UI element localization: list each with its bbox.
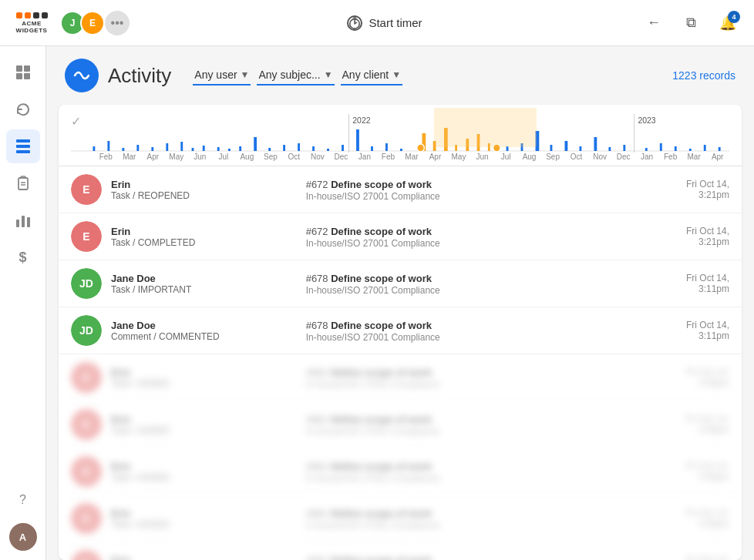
filter-group: Any user ▼ Any subjec... ▼ Any client ▼: [193, 65, 402, 86]
table-row[interactable]: E Erin Task / REOPENED #672 Define scope…: [59, 166, 742, 213]
month-label: Apr: [141, 153, 165, 161]
row-avatar: E: [71, 456, 102, 487]
row-task: #672 Define scope of work In-house/ISO 2…: [306, 177, 677, 202]
svg-rect-43: [385, 143, 388, 151]
row-time: Fri Oct 14, 3:09pm: [686, 414, 729, 435]
table-row[interactable]: JD Jane Doe Task / IMPORTANT #678 Define…: [59, 260, 742, 307]
row-task-title: #678 Define scope of work: [306, 318, 677, 332]
row-task: #681 Define scope of work In-house/ISO 2…: [306, 365, 677, 390]
sidebar-item-chart[interactable]: [6, 203, 40, 237]
notification-badge: 4: [728, 11, 740, 23]
month-label: Mar: [400, 153, 424, 161]
table-row[interactable]: E Erin Task / ADDED #681 Define scope of…: [59, 495, 742, 542]
svg-rect-8: [16, 139, 30, 143]
sidebar-item-dashboard[interactable]: [6, 55, 40, 89]
month-label: Feb: [658, 153, 682, 161]
sidebar-item-grid[interactable]: [6, 129, 40, 163]
svg-point-52: [417, 144, 424, 152]
filter-user-button[interactable]: Any user ▼: [193, 65, 251, 86]
activity-chart: 2022 2023: [71, 114, 729, 153]
row-info: Erin Task / REOPENED: [111, 179, 297, 201]
svg-rect-30: [203, 146, 205, 151]
logo-dot-2: [25, 12, 31, 18]
row-info: Erin Task / ADDED: [111, 461, 297, 483]
row-info: Jane Doe Task / IMPORTANT: [111, 273, 297, 295]
avatar-circle: E: [71, 456, 102, 487]
topbar-center: Start timer: [130, 15, 640, 31]
row-info: Erin Task / COMPLETED: [111, 226, 297, 248]
table-row[interactable]: JD Jane Doe Comment / COMMENTED #678 Def…: [59, 307, 742, 354]
table-row[interactable]: E Erin Task / ADDED #681 Define scope of…: [59, 542, 742, 560]
table-row[interactable]: E Erin Task / ADDED #681 Define scope of…: [59, 354, 742, 401]
svg-rect-58: [565, 141, 568, 151]
svg-rect-44: [400, 149, 402, 151]
month-label: Nov: [306, 153, 330, 161]
row-avatar: E: [71, 362, 102, 393]
table-row[interactable]: E Erin Task / COMPLETED #672 Define scop…: [59, 213, 742, 260]
notification-button[interactable]: 🔔 4: [714, 9, 742, 37]
svg-rect-14: [16, 220, 19, 227]
svg-rect-63: [645, 148, 648, 151]
svg-rect-25: [136, 145, 139, 151]
row-action: Task / REOPENED: [111, 190, 297, 201]
row-task-title: #681 Define scope of work: [306, 506, 677, 520]
svg-rect-10: [16, 150, 30, 153]
sidebar-item-clipboard[interactable]: [6, 166, 40, 200]
row-task-num: #681: [306, 508, 332, 519]
row-task: #681 Define scope of work In-house/ISO 2…: [306, 412, 677, 437]
month-label: May: [447, 153, 471, 161]
row-avatar: E: [71, 503, 102, 534]
topbar-avatars: J E •••: [60, 11, 130, 35]
row-avatar: E: [71, 174, 102, 205]
row-client: In-house/ISO 27001 Compliance: [306, 379, 677, 390]
svg-rect-24: [122, 148, 124, 151]
topbar: ACME WIDGETS J E ••• Start timer ← ⧉ 🔔: [0, 0, 754, 46]
row-action: Task / COMPLETED: [111, 237, 297, 248]
svg-rect-66: [689, 149, 692, 151]
avatar-2[interactable]: E: [80, 11, 105, 35]
row-task-num: #672: [306, 179, 332, 190]
sidebar-item-refresh[interactable]: [6, 92, 40, 126]
start-timer-label: Start timer: [369, 16, 422, 29]
month-label: Dec: [611, 153, 635, 161]
row-time: Fri Oct 14, 3:21pm: [686, 179, 729, 200]
avatar-menu[interactable]: •••: [105, 11, 130, 35]
row-time: Fri Oct 14, 3:09pm: [686, 367, 729, 388]
row-task-title: #672 Define scope of work: [306, 177, 677, 191]
chevron-down-icon-2: ▼: [324, 69, 333, 80]
svg-rect-32: [228, 149, 231, 151]
month-label: Mar: [682, 153, 706, 161]
activity-table[interactable]: E Erin Task / REOPENED #672 Define scope…: [59, 166, 742, 560]
copy-button[interactable]: ⧉: [677, 9, 705, 37]
svg-rect-29: [192, 148, 194, 151]
filter-client-button[interactable]: Any client ▼: [341, 65, 403, 86]
row-task: #678 Define scope of work In-house/ISO 2…: [306, 318, 677, 343]
row-task-name: Define scope of work: [331, 273, 432, 284]
row-name: Jane Doe: [111, 320, 297, 331]
row-time: Fri Oct 14, 3:21pm: [686, 226, 729, 247]
sidebar-user-avatar[interactable]: A: [9, 523, 37, 551]
row-task-num: #681: [306, 555, 332, 560]
row-action: Comment / COMMENTED: [111, 331, 297, 342]
row-time: Fri Oct 14, 3:11pm: [686, 320, 729, 341]
row-name: Erin: [111, 414, 297, 425]
svg-rect-28: [180, 142, 183, 151]
table-row[interactable]: E Erin Task / ADDED #681 Define scope of…: [59, 401, 742, 448]
topbar-right: ← ⧉ 🔔 4: [640, 9, 742, 37]
row-task: #672 Define scope of work In-house/ISO 2…: [306, 224, 677, 249]
row-name: Erin: [111, 226, 297, 237]
start-timer-button[interactable]: Start timer: [347, 15, 422, 31]
table-row[interactable]: E Erin Task / ADDED #681 Define scope of…: [59, 448, 742, 495]
month-label: Apr: [423, 153, 447, 161]
month-label: Jun: [188, 153, 212, 161]
sidebar-item-help[interactable]: ?: [6, 483, 40, 517]
back-button[interactable]: ←: [640, 9, 668, 37]
filter-subject-button[interactable]: Any subjec... ▼: [257, 65, 334, 86]
row-info: Erin Task / ADDED: [111, 414, 297, 436]
logo-dot-3: [33, 12, 39, 18]
svg-rect-59: [579, 146, 581, 151]
sidebar-item-dollar[interactable]: $: [6, 240, 40, 274]
month-label: Jun: [470, 153, 494, 161]
svg-rect-22: [93, 146, 95, 151]
row-avatar: E: [71, 409, 102, 440]
